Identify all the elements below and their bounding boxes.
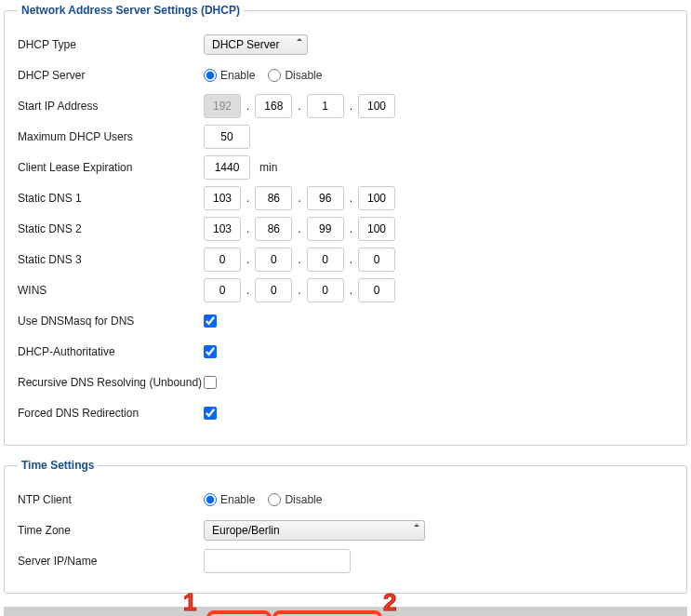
- dhcp-server-label: DHCP Server: [18, 69, 204, 82]
- unbound-label: Recursive DNS Resolving (Unbound): [18, 376, 204, 389]
- dns3-o2[interactable]: [255, 248, 292, 272]
- dhcp-server-disable-radio[interactable]: [268, 69, 281, 82]
- ntp-disable[interactable]: Disable: [268, 493, 322, 506]
- wins-o1[interactable]: [204, 278, 241, 302]
- time-legend: Time Settings: [18, 459, 98, 472]
- lease-unit: min: [259, 161, 277, 174]
- dns3-o3[interactable]: [307, 248, 344, 272]
- start-ip-label: Start IP Address: [18, 100, 204, 113]
- dnsmasq-checkbox[interactable]: [204, 315, 217, 328]
- dns2-o1[interactable]: [204, 217, 241, 241]
- ntp-disable-radio[interactable]: [268, 493, 281, 506]
- dns1-o4[interactable]: [358, 186, 395, 210]
- dhcp-server-enable[interactable]: Enable: [204, 69, 255, 82]
- wins-o4[interactable]: [358, 278, 395, 302]
- bottom-bar-wrap: Save Apply Settings Cancel Changes 1 2: [4, 607, 687, 616]
- time-section: Time Settings NTP Client Enable Disable …: [4, 459, 687, 594]
- dns3-o4[interactable]: [358, 248, 395, 272]
- authoritative-checkbox[interactable]: [204, 345, 217, 358]
- lease-input[interactable]: [204, 155, 250, 180]
- dns1-o1[interactable]: [204, 186, 241, 210]
- start-ip-o4[interactable]: [358, 94, 395, 118]
- wins-o2[interactable]: [255, 278, 292, 302]
- dns1-o3[interactable]: [307, 186, 344, 210]
- dnsmasq-label: Use DNSMasq for DNS: [18, 315, 204, 328]
- dns2-label: Static DNS 2: [18, 222, 204, 235]
- authoritative-label: DHCP-Authoritative: [18, 345, 204, 358]
- unbound-checkbox[interactable]: [204, 376, 217, 389]
- start-ip-o3[interactable]: [307, 94, 344, 118]
- forced-redir-label: Forced DNS Redirection: [18, 407, 204, 420]
- dns3-o1[interactable]: [204, 248, 241, 272]
- server-ip-label: Server IP/Name: [18, 555, 204, 568]
- dhcp-server-disable[interactable]: Disable: [268, 69, 322, 82]
- tz-select[interactable]: Europe/Berlin: [204, 520, 425, 541]
- dns2-o4[interactable]: [358, 217, 395, 241]
- dhcp-type-select[interactable]: DHCP Server: [204, 34, 308, 55]
- dns1-label: Static DNS 1: [18, 192, 204, 205]
- max-users-input[interactable]: [204, 125, 250, 149]
- ntp-enable-radio[interactable]: [204, 493, 217, 506]
- lease-label: Client Lease Expiration: [18, 161, 204, 174]
- dhcp-type-label: DHCP Type: [18, 38, 204, 51]
- dns2-o3[interactable]: [307, 217, 344, 241]
- dns3-label: Static DNS 3: [18, 253, 204, 266]
- start-ip-o1: [204, 94, 241, 118]
- max-users-label: Maximum DHCP Users: [18, 130, 204, 143]
- ntp-label: NTP Client: [18, 493, 204, 506]
- forced-redir-checkbox[interactable]: [204, 407, 217, 420]
- dhcp-legend: Network Address Server Settings (DHCP): [18, 4, 244, 17]
- tz-label: Time Zone: [18, 524, 204, 537]
- dns1-o2[interactable]: [255, 186, 292, 210]
- ntp-enable[interactable]: Enable: [204, 493, 255, 506]
- bottom-bar: Save Apply Settings Cancel Changes: [4, 607, 687, 616]
- wins-label: WINS: [18, 284, 204, 297]
- wins-o3[interactable]: [307, 278, 344, 302]
- start-ip-o2[interactable]: [255, 94, 292, 118]
- dns2-o2[interactable]: [255, 217, 292, 241]
- dhcp-server-enable-radio[interactable]: [204, 69, 217, 82]
- server-ip-input[interactable]: [204, 549, 351, 573]
- dhcp-section: Network Address Server Settings (DHCP) D…: [4, 4, 687, 446]
